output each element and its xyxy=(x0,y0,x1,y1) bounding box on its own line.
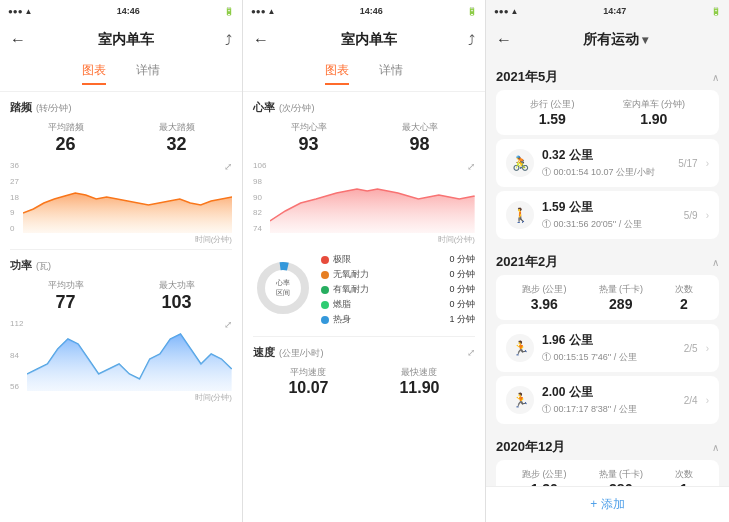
activity-chevron-run2[interactable]: › xyxy=(706,395,709,406)
divider-1 xyxy=(10,249,232,250)
page-title-3: 所有运动 ▾ xyxy=(512,31,719,49)
month-stats-may2021: 步行 (公里) 1.59 室内单车 (分钟) 1.90 xyxy=(496,90,719,135)
tab-chart-1[interactable]: 图表 xyxy=(82,62,106,85)
zone-warmup-dot xyxy=(321,316,329,324)
battery-icon-3: 🔋 xyxy=(711,7,721,16)
activity-run-0204[interactable]: 🏃 2.00 公里 ① 00:17:17 8'38'' / 公里 2/4 › xyxy=(496,376,719,424)
y-90: 90 xyxy=(253,193,266,202)
month-header-feb2021[interactable]: 2021年2月 ∧ xyxy=(496,249,719,275)
expand-icon-4[interactable]: ⤢ xyxy=(467,347,475,358)
all-sports-title: 所有运动 xyxy=(583,31,639,47)
back-button-3[interactable]: ← xyxy=(496,31,512,49)
add-activity-button[interactable]: + 添加 xyxy=(486,486,729,522)
speed-unit: (公里/小时) xyxy=(279,347,324,360)
tab-chart-2[interactable]: 图表 xyxy=(325,62,349,85)
zone-warmup-value: 1 分钟 xyxy=(449,313,475,326)
battery-icon-1: 🔋 xyxy=(224,7,234,16)
month-stats-dec2020: 跑步 (公里) 1.30 热量 (千卡) 386 次数 1 xyxy=(496,460,719,486)
y-106: 106 xyxy=(253,161,266,170)
back-button-1[interactable]: ← xyxy=(10,31,26,49)
activity-sub-walk: ① 00:31:56 20'05'' / 公里 xyxy=(542,218,676,231)
activity-icon-run2: 🏃 xyxy=(506,386,534,414)
power-chart-svg xyxy=(27,319,232,391)
month-chevron-dec2020[interactable]: ∧ xyxy=(712,442,719,453)
share-icon-1[interactable]: ⤴ xyxy=(225,32,232,48)
header-2: ← 室内单车 ⤴ xyxy=(243,22,485,58)
activity-date-walk: 5/9 xyxy=(684,210,698,221)
activity-chevron-run1[interactable]: › xyxy=(706,343,709,354)
activity-sub-run2: ① 00:17:17 8'38'' / 公里 xyxy=(542,403,676,416)
month-stats-row-dec2020: 跑步 (公里) 1.30 热量 (千卡) 386 次数 1 xyxy=(506,468,709,486)
month-stats-row-feb2021: 跑步 (公里) 3.96 热量 (千卡) 289 次数 2 xyxy=(506,283,709,312)
status-left-1: ●●● ▲ xyxy=(8,7,32,16)
page-title-1: 室内单车 xyxy=(26,31,225,49)
hr-unit: (次/分钟) xyxy=(279,102,315,115)
cadence-max: 最大踏频 32 xyxy=(159,121,195,155)
tab-detail-1[interactable]: 详情 xyxy=(136,62,160,85)
cadence-avg: 平均踏频 26 xyxy=(48,121,84,155)
status-left-2: ●●● ▲ xyxy=(251,7,275,16)
month-title-may2021: 2021年5月 xyxy=(496,68,558,86)
activity-run-0205[interactable]: 🏃 1.96 公里 ① 00:15:15 7'46'' / 公里 2/5 › xyxy=(496,324,719,372)
tabs-1: 图表 详情 xyxy=(0,58,242,92)
power-chart: ⤢ 112 84 56 xyxy=(10,319,232,399)
month-header-may2021[interactable]: 2021年5月 ∧ xyxy=(496,64,719,90)
dec2020-cal: 热量 (千卡) 386 xyxy=(599,468,644,486)
hr-zones-list: 极限 0 分钟 无氧耐力 0 分钟 有氧耐力 0 分钟 燃脂 0 分钟 xyxy=(321,253,475,328)
y-112: 112 xyxy=(10,319,23,328)
activity-info-walk: 1.59 公里 ① 00:31:56 20'05'' / 公里 xyxy=(542,199,676,231)
zone-extreme: 极限 0 分钟 xyxy=(321,253,475,266)
tab-detail-2[interactable]: 详情 xyxy=(379,62,403,85)
dropdown-icon[interactable]: ▾ xyxy=(642,33,648,47)
signal-icon-3: ●●● xyxy=(494,7,509,16)
y-56: 56 xyxy=(10,382,23,391)
month-chevron-feb2021[interactable]: ∧ xyxy=(712,257,719,268)
page-title-2: 室内单车 xyxy=(269,31,468,49)
dec2020-count: 次数 1 xyxy=(675,468,693,486)
activity-date-run1: 2/5 xyxy=(684,343,698,354)
activity-info-run1: 1.96 公里 ① 00:15:15 7'46'' / 公里 xyxy=(542,332,676,364)
month-section-dec2020: 2020年12月 ∧ 跑步 (公里) 1.30 热量 (千卡) 386 次数 1 xyxy=(496,434,719,486)
month-chevron-may2021[interactable]: ∧ xyxy=(712,72,719,83)
heartrate-section: 心率 (次/分钟) 平均心率 93 最大心率 98 ⤢ 106 98 xyxy=(253,100,475,241)
month-header-dec2020[interactable]: 2020年12月 ∧ xyxy=(496,434,719,460)
back-button-2[interactable]: ← xyxy=(253,31,269,49)
may2021-bike: 室内单车 (分钟) 1.90 xyxy=(623,98,686,127)
cadence-section: 踏频 (转/分钟) 平均踏频 26 最大踏频 32 ⤢ 36 27 xyxy=(10,100,232,241)
zone-warmup: 热身 1 分钟 xyxy=(321,313,475,326)
speed-section: 速度 (公里/小时) ⤢ 平均速度 10.07 最快速度 11.90 xyxy=(253,345,475,397)
speed-label: 速度 xyxy=(253,345,275,360)
share-icon-2[interactable]: ⤴ xyxy=(468,32,475,48)
panel-2: ●●● ▲ 14:46 🔋 ← 室内单车 ⤴ 图表 详情 心率 (次/分钟) 平… xyxy=(243,0,486,522)
activity-chevron-bike[interactable]: › xyxy=(706,158,709,169)
power-unit: (瓦) xyxy=(36,260,51,273)
zone-warmup-label: 热身 xyxy=(333,313,445,326)
activity-bike-0517[interactable]: 🚴 0.32 公里 ① 00:01:54 10.07 公里/小时 5/17 › xyxy=(496,139,719,187)
hr-chart-svg xyxy=(270,161,475,233)
power-stats: 平均功率 77 最大功率 103 xyxy=(10,279,232,313)
y-98: 98 xyxy=(253,177,266,186)
time-3: 14:47 xyxy=(603,6,626,16)
tabs-2: 图表 详情 xyxy=(243,58,485,92)
activity-distance-run1: 1.96 公里 xyxy=(542,332,676,349)
y-0: 0 xyxy=(10,224,19,233)
y-74: 74 xyxy=(253,224,266,233)
cadence-unit: (转/分钟) xyxy=(36,102,72,115)
cadence-label: 踏频 xyxy=(10,100,32,115)
power-label: 功率 xyxy=(10,258,32,273)
zone-fatburn-dot xyxy=(321,301,329,309)
activity-distance-bike: 0.32 公里 xyxy=(542,147,670,164)
month-title-dec2020: 2020年12月 xyxy=(496,438,565,456)
cadence-stats: 平均踏频 26 最大踏频 32 xyxy=(10,121,232,155)
feb2021-run: 跑步 (公里) 3.96 xyxy=(522,283,567,312)
y-36: 36 xyxy=(10,161,19,170)
activity-walk-0509[interactable]: 🚶 1.59 公里 ① 00:31:56 20'05'' / 公里 5/9 › xyxy=(496,191,719,239)
month-section-may2021: 2021年5月 ∧ 步行 (公里) 1.59 室内单车 (分钟) 1.90 � xyxy=(496,64,719,239)
zone-aerobic-label: 有氧耐力 xyxy=(333,283,445,296)
activity-chevron-walk[interactable]: › xyxy=(706,210,709,221)
feb2021-count: 次数 2 xyxy=(675,283,693,312)
activity-info-run2: 2.00 公里 ① 00:17:17 8'38'' / 公里 xyxy=(542,384,676,416)
header-3: ← 所有运动 ▾ xyxy=(486,22,729,58)
zone-extreme-label: 极限 xyxy=(333,253,445,266)
activity-distance-walk: 1.59 公里 xyxy=(542,199,676,216)
